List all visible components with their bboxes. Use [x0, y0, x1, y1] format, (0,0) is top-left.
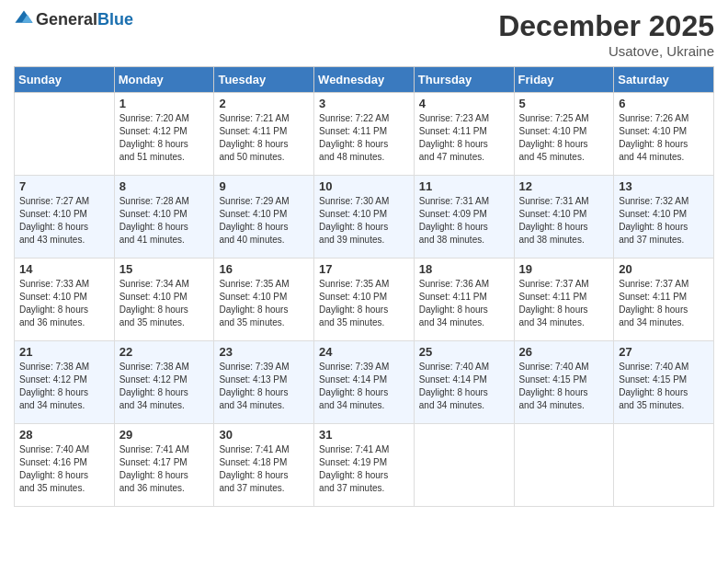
header-thursday: Thursday — [414, 67, 514, 93]
day-number: 29 — [119, 428, 210, 442]
cell-content: Sunrise: 7:39 AM Sunset: 4:14 PM Dayligh… — [319, 361, 409, 412]
day-number: 19 — [519, 262, 609, 276]
cell-content: Sunrise: 7:40 AM Sunset: 4:16 PM Dayligh… — [19, 443, 109, 495]
calendar-cell: 5Sunrise: 7:25 AM Sunset: 4:10 PM Daylig… — [514, 93, 614, 176]
day-number: 22 — [119, 345, 210, 359]
calendar-cell: 15Sunrise: 7:34 AM Sunset: 4:10 PM Dayli… — [114, 259, 214, 341]
cell-content: Sunrise: 7:40 AM Sunset: 4:15 PM Dayligh… — [619, 361, 709, 412]
calendar-cell: 18Sunrise: 7:36 AM Sunset: 4:11 PM Dayli… — [414, 259, 514, 341]
cell-content: Sunrise: 7:30 AM Sunset: 4:10 PM Dayligh… — [319, 195, 409, 247]
cell-content: Sunrise: 7:31 AM Sunset: 4:09 PM Dayligh… — [419, 195, 509, 247]
header-friday: Friday — [514, 67, 614, 93]
cell-content: Sunrise: 7:41 AM Sunset: 4:18 PM Dayligh… — [219, 443, 309, 495]
calendar-cell: 7Sunrise: 7:27 AM Sunset: 4:10 PM Daylig… — [15, 176, 115, 259]
header-sunday: Sunday — [15, 67, 115, 93]
location-title: Usatove, Ukraine — [498, 43, 714, 59]
calendar-week-1: 1Sunrise: 7:20 AM Sunset: 4:12 PM Daylig… — [15, 93, 714, 176]
day-number: 7 — [19, 179, 109, 193]
calendar-cell: 19Sunrise: 7:37 AM Sunset: 4:11 PM Dayli… — [514, 259, 614, 341]
calendar-cell — [614, 424, 714, 507]
day-number: 27 — [619, 345, 709, 359]
cell-content: Sunrise: 7:28 AM Sunset: 4:10 PM Dayligh… — [119, 195, 210, 247]
day-number: 12 — [519, 179, 609, 193]
calendar-header-row: SundayMondayTuesdayWednesdayThursdayFrid… — [15, 67, 714, 93]
cell-content: Sunrise: 7:38 AM Sunset: 4:12 PM Dayligh… — [119, 361, 210, 412]
calendar-cell: 1Sunrise: 7:20 AM Sunset: 4:12 PM Daylig… — [114, 93, 214, 176]
cell-content: Sunrise: 7:40 AM Sunset: 4:15 PM Dayligh… — [519, 361, 609, 412]
day-number: 23 — [219, 345, 309, 359]
page-header: GeneralBlue December 2025 Usatove, Ukrai… — [14, 9, 714, 59]
day-number: 17 — [319, 262, 409, 276]
calendar-cell: 29Sunrise: 7:41 AM Sunset: 4:17 PM Dayli… — [114, 424, 214, 507]
day-number: 28 — [19, 428, 109, 442]
calendar-cell: 12Sunrise: 7:31 AM Sunset: 4:10 PM Dayli… — [514, 176, 614, 259]
calendar-cell: 30Sunrise: 7:41 AM Sunset: 4:18 PM Dayli… — [214, 424, 314, 507]
logo-icon — [14, 9, 34, 29]
calendar-cell: 23Sunrise: 7:39 AM Sunset: 4:13 PM Dayli… — [214, 341, 314, 424]
day-number: 30 — [219, 428, 309, 442]
calendar-body: 1Sunrise: 7:20 AM Sunset: 4:12 PM Daylig… — [15, 93, 714, 507]
calendar-cell: 8Sunrise: 7:28 AM Sunset: 4:10 PM Daylig… — [114, 176, 214, 259]
header-wednesday: Wednesday — [314, 67, 415, 93]
day-number: 16 — [219, 262, 309, 276]
day-number: 9 — [219, 179, 309, 193]
cell-content: Sunrise: 7:41 AM Sunset: 4:19 PM Dayligh… — [319, 443, 409, 495]
calendar-cell — [15, 93, 115, 176]
logo: GeneralBlue — [14, 9, 133, 29]
cell-content: Sunrise: 7:21 AM Sunset: 4:11 PM Dayligh… — [219, 112, 309, 164]
cell-content: Sunrise: 7:35 AM Sunset: 4:10 PM Dayligh… — [319, 278, 409, 329]
cell-content: Sunrise: 7:33 AM Sunset: 4:10 PM Dayligh… — [19, 278, 109, 329]
day-number: 25 — [419, 345, 509, 359]
cell-content: Sunrise: 7:29 AM Sunset: 4:10 PM Dayligh… — [219, 195, 309, 247]
calendar-cell: 28Sunrise: 7:40 AM Sunset: 4:16 PM Dayli… — [15, 424, 115, 507]
calendar-cell: 22Sunrise: 7:38 AM Sunset: 4:12 PM Dayli… — [114, 341, 214, 424]
calendar-cell: 20Sunrise: 7:37 AM Sunset: 4:11 PM Dayli… — [614, 259, 714, 341]
calendar-cell: 25Sunrise: 7:40 AM Sunset: 4:14 PM Dayli… — [414, 341, 514, 424]
day-number: 8 — [119, 179, 210, 193]
cell-content: Sunrise: 7:22 AM Sunset: 4:11 PM Dayligh… — [319, 112, 409, 164]
day-number: 31 — [319, 428, 409, 442]
calendar-week-2: 7Sunrise: 7:27 AM Sunset: 4:10 PM Daylig… — [15, 176, 714, 259]
calendar-cell: 2Sunrise: 7:21 AM Sunset: 4:11 PM Daylig… — [214, 93, 314, 176]
cell-content: Sunrise: 7:36 AM Sunset: 4:11 PM Dayligh… — [419, 278, 509, 329]
calendar-cell: 17Sunrise: 7:35 AM Sunset: 4:10 PM Dayli… — [314, 259, 415, 341]
calendar-week-5: 28Sunrise: 7:40 AM Sunset: 4:16 PM Dayli… — [15, 424, 714, 507]
calendar-cell — [514, 424, 614, 507]
calendar-week-4: 21Sunrise: 7:38 AM Sunset: 4:12 PM Dayli… — [15, 341, 714, 424]
cell-content: Sunrise: 7:41 AM Sunset: 4:17 PM Dayligh… — [119, 443, 210, 495]
calendar-table: SundayMondayTuesdayWednesdayThursdayFrid… — [14, 66, 714, 507]
calendar-cell: 24Sunrise: 7:39 AM Sunset: 4:14 PM Dayli… — [314, 341, 415, 424]
day-number: 18 — [419, 262, 509, 276]
month-title: December 2025 — [498, 9, 714, 43]
cell-content: Sunrise: 7:25 AM Sunset: 4:10 PM Dayligh… — [519, 112, 609, 164]
cell-content: Sunrise: 7:35 AM Sunset: 4:10 PM Dayligh… — [219, 278, 309, 329]
day-number: 5 — [519, 97, 609, 110]
cell-content: Sunrise: 7:32 AM Sunset: 4:10 PM Dayligh… — [619, 195, 709, 247]
day-number: 21 — [19, 345, 109, 359]
day-number: 14 — [19, 262, 109, 276]
cell-content: Sunrise: 7:23 AM Sunset: 4:11 PM Dayligh… — [419, 112, 509, 164]
calendar-cell — [414, 424, 514, 507]
calendar-cell: 4Sunrise: 7:23 AM Sunset: 4:11 PM Daylig… — [414, 93, 514, 176]
header-monday: Monday — [114, 67, 214, 93]
header-saturday: Saturday — [614, 67, 714, 93]
day-number: 3 — [319, 97, 409, 110]
calendar-cell: 26Sunrise: 7:40 AM Sunset: 4:15 PM Dayli… — [514, 341, 614, 424]
cell-content: Sunrise: 7:31 AM Sunset: 4:10 PM Dayligh… — [519, 195, 609, 247]
cell-content: Sunrise: 7:20 AM Sunset: 4:12 PM Dayligh… — [119, 112, 210, 164]
calendar-cell: 31Sunrise: 7:41 AM Sunset: 4:19 PM Dayli… — [314, 424, 415, 507]
day-number: 6 — [619, 97, 709, 110]
title-block: December 2025 Usatove, Ukraine — [498, 9, 714, 59]
day-number: 4 — [419, 97, 509, 110]
calendar-week-3: 14Sunrise: 7:33 AM Sunset: 4:10 PM Dayli… — [15, 259, 714, 341]
calendar-cell: 27Sunrise: 7:40 AM Sunset: 4:15 PM Dayli… — [614, 341, 714, 424]
cell-content: Sunrise: 7:26 AM Sunset: 4:10 PM Dayligh… — [619, 112, 709, 164]
day-number: 15 — [119, 262, 210, 276]
day-number: 2 — [219, 97, 309, 110]
day-number: 13 — [619, 179, 709, 193]
day-number: 1 — [119, 97, 210, 110]
day-number: 24 — [319, 345, 409, 359]
calendar-cell: 6Sunrise: 7:26 AM Sunset: 4:10 PM Daylig… — [614, 93, 714, 176]
calendar-cell: 21Sunrise: 7:38 AM Sunset: 4:12 PM Dayli… — [15, 341, 115, 424]
day-number: 20 — [619, 262, 709, 276]
